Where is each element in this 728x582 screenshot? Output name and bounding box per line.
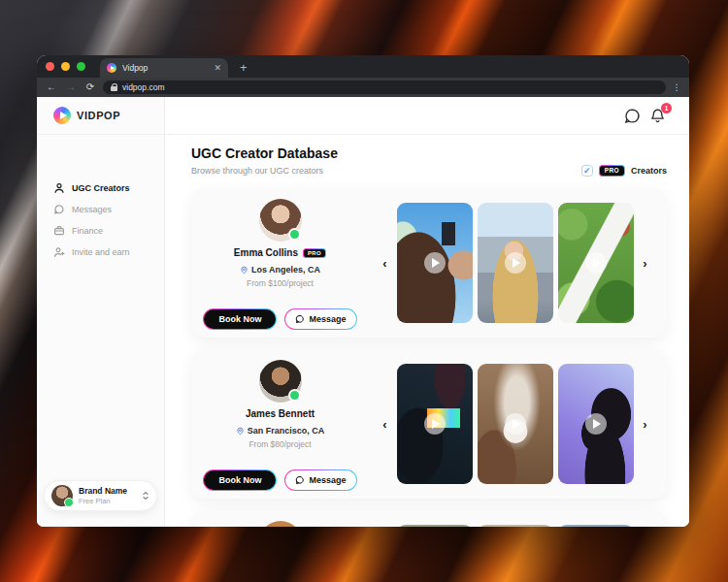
online-status-dot [288,389,301,402]
chat-icon [295,314,305,324]
creator-price: From $80/project [248,439,311,449]
sidebar-item-messages[interactable]: Messages [37,199,164,220]
page-title: UGC Creator Database [191,145,667,162]
pro-filter-checkbox[interactable]: ✓ [581,165,593,177]
message-button[interactable]: Message [284,308,356,330]
video-thumbnails [397,364,634,484]
creator-card: ‹ › [191,510,667,527]
carousel-next-icon[interactable]: › [640,257,651,270]
sidebar-item-label: Finance [72,226,103,236]
video-thumbnail[interactable] [397,203,473,323]
creators-page: UGC Creator Database Browse through our … [165,135,689,527]
sidebar: VIDPOP UGC Creators Messages Finance Inv… [37,97,165,527]
plan-label: Free Plan [79,497,136,505]
video-carousel: ‹ › [369,525,661,527]
creator-avatar [259,199,302,242]
play-icon [585,413,607,435]
forward-button[interactable]: → [64,82,78,92]
video-carousel: ‹ › [369,203,661,323]
window-close-button[interactable] [46,62,54,71]
creator-name: Emma Collins [234,247,298,258]
sidebar-item-ugc-creators[interactable]: UGC Creators [37,178,164,199]
creator-info: James Bennett San Francisco, CA From $80… [191,349,369,499]
video-thumbnail[interactable] [478,364,553,484]
video-thumbnail[interactable] [397,525,473,527]
vidpop-app: VIDPOP UGC Creators Messages Finance Inv… [37,97,689,527]
video-thumbnails [397,525,634,527]
creator-location: Los Angeles, CA [240,265,320,275]
sidebar-nav: UGC Creators Messages Finance Invite and… [37,178,164,263]
vidpop-favicon-icon [107,63,116,73]
message-button-label: Message [309,475,346,485]
browser-menu-icon[interactable]: ⋮ [672,86,681,89]
carousel-next-icon[interactable]: › [640,418,651,431]
main-area: 1 UGC Creator Database Browse through ou… [165,97,689,527]
window-controls [37,55,94,78]
window-zoom-button[interactable] [77,62,85,71]
carousel-prev-icon[interactable]: ‹ [380,418,391,431]
notification-count-badge: 1 [661,103,672,113]
video-thumbnail[interactable] [558,364,634,484]
creator-name: James Bennett [246,408,314,419]
brand-name: Brand Name [79,486,136,497]
browser-tab[interactable]: Vidpop ✕ [100,58,228,78]
video-thumbnail[interactable] [558,525,634,527]
video-thumbnail[interactable] [478,203,553,323]
sidebar-item-label: Invite and earn [72,247,130,257]
location-pin-icon [240,266,248,275]
account-switcher[interactable]: Brand Name Free Plan [44,480,157,511]
brand-avatar [51,485,73,506]
tab-title: Vidpop [122,63,208,73]
play-icon [585,252,607,274]
sidebar-item-invite-and-earn[interactable]: Invite and earn [37,242,164,263]
sidebar-item-finance[interactable]: Finance [37,220,164,242]
creator-info [191,510,369,527]
play-icon [505,413,526,435]
book-now-button[interactable]: Book Now [203,308,277,330]
chat-icon [295,475,305,485]
creator-location-text: San Francisco, CA [248,426,325,436]
pro-creators-filter: ✓ PRO Creators [581,165,667,177]
creator-pro-badge: PRO [303,248,326,258]
video-thumbnail[interactable] [558,203,634,323]
message-button[interactable]: Message [284,469,356,491]
lock-icon [111,83,117,92]
book-now-button[interactable]: Book Now [203,469,277,491]
play-icon [424,413,446,435]
chevron-up-down-icon [142,487,149,504]
creator-avatar [259,521,302,527]
play-icon [424,252,446,274]
browser-toolbar: ← → ⟳ vidpop.com ⋮ [37,78,689,97]
tab-close-icon[interactable]: ✕ [214,64,221,73]
online-status-dot [288,228,301,241]
video-thumbnail[interactable] [478,525,553,527]
window-minimize-button[interactable] [61,62,70,71]
user-icon [53,182,65,194]
reload-button[interactable]: ⟳ [83,82,97,92]
messages-icon[interactable] [623,107,642,125]
vidpop-logo[interactable]: VIDPOP [37,97,164,135]
page-subtitle: Browse through our UGC creators [191,166,323,176]
play-icon [505,252,526,274]
video-thumbnails [397,203,634,323]
app-header: 1 [165,97,689,135]
back-button[interactable]: ← [45,82,58,92]
url-text: vidpop.com [122,82,164,92]
creator-card: Emma Collins PRO Los Angeles, CA From $1… [191,188,667,338]
user-plus-icon [53,246,65,258]
video-thumbnail[interactable] [397,364,473,484]
address-bar[interactable]: vidpop.com [103,81,666,94]
creator-location-text: Los Angeles, CA [251,265,320,275]
new-tab-button[interactable]: + [240,61,248,74]
creator-avatar [259,360,302,403]
video-carousel: ‹ › [369,364,661,484]
creator-location: San Francisco, CA [236,426,325,436]
notifications-bell-icon[interactable]: 1 [648,107,667,125]
carousel-prev-icon[interactable]: ‹ [380,257,391,270]
creator-card-list: Emma Collins PRO Los Angeles, CA From $1… [191,188,667,527]
location-pin-icon [236,427,245,436]
pro-filter-label: Creators [631,166,667,176]
vidpop-logo-text: VIDPOP [77,110,120,121]
creator-price: From $100/project [247,278,314,288]
verified-badge-icon [64,498,74,507]
